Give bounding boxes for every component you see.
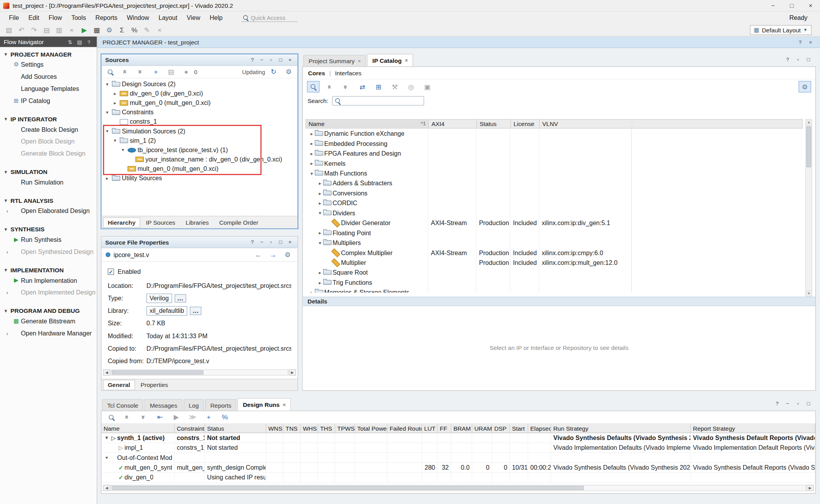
enabled-checkbox[interactable]: ✓ bbox=[108, 268, 114, 275]
nav-item-run-implementation[interactable]: ▶Run Implementation bbox=[0, 274, 97, 286]
column-header-start[interactable]: Start bbox=[510, 424, 528, 433]
column-header-whs[interactable]: WHS bbox=[301, 424, 318, 433]
menu-tools[interactable]: Tools bbox=[67, 12, 91, 23]
chevron-right-icon[interactable]: ▸ bbox=[308, 131, 315, 136]
program-device-icon[interactable]: ▦ bbox=[91, 25, 102, 35]
nav-item-language-templates[interactable]: Language Templates bbox=[0, 83, 97, 95]
tab-messages[interactable]: Messages bbox=[144, 399, 182, 410]
chevron-right-icon[interactable]: ▸ bbox=[308, 161, 315, 166]
column-header-name[interactable]: Name^1 bbox=[306, 120, 429, 128]
generate-icon[interactable]: ◎ bbox=[405, 82, 417, 92]
float-icon[interactable]: ▫ bbox=[267, 238, 275, 246]
chevron-down-icon[interactable]: ▾ bbox=[104, 82, 111, 87]
menu-reports[interactable]: Reports bbox=[91, 12, 122, 23]
tab-design-runs[interactable]: Design Runs× bbox=[237, 398, 291, 411]
chevron-right-icon[interactable]: ▸ bbox=[104, 176, 111, 181]
nav-item-open-synthesized-design[interactable]: ›Open Synthesized Design bbox=[0, 245, 97, 257]
float-icon[interactable]: ▫ bbox=[267, 56, 275, 64]
forward-icon[interactable]: → bbox=[267, 250, 278, 260]
properties-hscrollbar[interactable]: ◀ ▶ bbox=[103, 369, 296, 376]
tab-libraries[interactable]: Libraries bbox=[181, 217, 214, 227]
design-run-row[interactable]: ▷impl_1constrs_1Not startedVivado Implem… bbox=[102, 443, 815, 453]
nav-item-add-sources[interactable]: Add Sources bbox=[0, 71, 97, 83]
catalog-row[interactable]: ▸Kernels bbox=[305, 158, 803, 168]
nav-item-settings[interactable]: ⚙Settings bbox=[0, 59, 97, 71]
chevron-down-icon[interactable]: ▾ bbox=[104, 128, 111, 133]
close-icon[interactable]: × bbox=[801, 0, 820, 11]
nav-item-run-simulation[interactable]: Run Simulation bbox=[0, 176, 97, 188]
subnav-cores[interactable]: Cores bbox=[308, 70, 325, 76]
nav-item-create-block-design[interactable]: Create Block Design bbox=[0, 123, 97, 135]
source-tree-item[interactable]: ▾Design Sources (2) bbox=[102, 80, 298, 89]
scroll-track[interactable] bbox=[111, 485, 806, 491]
column-header-wns[interactable]: WNS bbox=[266, 424, 283, 433]
scroll-thumb[interactable] bbox=[112, 371, 204, 375]
chevron-down-icon[interactable]: ▾ bbox=[104, 110, 111, 115]
close-tab-icon[interactable]: × bbox=[358, 58, 361, 64]
close-tab-icon[interactable]: × bbox=[283, 402, 286, 408]
chevron-right-icon[interactable]: ▸ bbox=[317, 230, 323, 235]
chevron-right-icon[interactable]: ▸ bbox=[308, 141, 315, 146]
design-run-row[interactable]: ▾▷synth_1 (active)constrs_1Not startedVi… bbox=[102, 433, 815, 443]
source-tree-item[interactable]: ▾sim_1 (2) bbox=[102, 136, 298, 145]
chevron-right-icon[interactable]: ▸ bbox=[317, 280, 323, 285]
quick-access-search[interactable]: Quick Access bbox=[241, 14, 298, 21]
refresh-icon[interactable]: ↻ bbox=[268, 67, 279, 77]
copy-icon[interactable]: ▤ bbox=[41, 25, 52, 35]
collapse-all-icon[interactable]: « bbox=[324, 82, 335, 92]
chevron-down-icon[interactable]: ▾ bbox=[103, 455, 110, 460]
help-icon[interactable]: ? bbox=[85, 37, 93, 46]
column-header-axi4[interactable]: AXI4 bbox=[429, 120, 477, 128]
close-tab-icon[interactable]: × bbox=[405, 57, 408, 63]
chevron-down-icon[interactable]: ▾ bbox=[3, 52, 9, 57]
chevron-down-icon[interactable]: ▾ bbox=[103, 435, 110, 440]
open-project-icon[interactable]: ▧ bbox=[3, 25, 14, 35]
chevron-right-icon[interactable]: ▸ bbox=[317, 190, 323, 195]
scroll-thumb[interactable] bbox=[806, 126, 811, 167]
nav-item-open-implemented-design[interactable]: ›Open Implemented Design bbox=[0, 286, 97, 298]
create-runs-icon[interactable]: + bbox=[203, 412, 214, 422]
column-header-total-power[interactable]: Total Power bbox=[355, 424, 387, 433]
nav-section-header-rtl-analysis[interactable]: ▾RTL ANALYSIS bbox=[0, 197, 97, 205]
redo-icon[interactable]: ↷ bbox=[28, 25, 39, 35]
nav-section-header-ip-integrator[interactable]: ▾IP INTEGRATOR bbox=[0, 115, 97, 123]
source-tree-item[interactable]: your_instance_name : div_gen_0 (div_gen_… bbox=[102, 154, 298, 164]
help-icon[interactable]: ? bbox=[773, 399, 781, 407]
column-header-elapsed[interactable]: Elapsed bbox=[528, 424, 551, 433]
catalog-row[interactable]: ▸Floating Point bbox=[305, 228, 803, 238]
nav-section-header-synthesis[interactable]: ▾SYNTHESIS bbox=[0, 225, 97, 233]
tab-ip-catalog[interactable]: IP Catalog× bbox=[367, 54, 413, 66]
ellipsis-button[interactable]: … bbox=[175, 294, 186, 302]
source-tree-item[interactable]: mult_gen_0 (mult_gen_0.xci) bbox=[102, 164, 298, 174]
expand-all-icon[interactable]: » bbox=[138, 412, 150, 422]
chevron-down-icon[interactable]: ▾ bbox=[3, 308, 9, 313]
menu-window[interactable]: Window bbox=[122, 12, 154, 23]
catalog-row[interactable]: ▸Embedded Processing bbox=[305, 138, 803, 148]
settings-icon[interactable]: ⚙ bbox=[282, 250, 293, 260]
help-icon[interactable]: ? bbox=[783, 55, 791, 63]
minimize-icon[interactable]: − bbox=[258, 56, 266, 64]
ip-settings-icon[interactable]: ⚒ bbox=[389, 82, 400, 92]
search-icon[interactable] bbox=[105, 67, 116, 77]
column-header-failed-routes[interactable]: Failed Routes bbox=[387, 424, 422, 433]
nav-section-header-program-and-debug[interactable]: ▾PROGRAM AND DEBUG bbox=[0, 307, 97, 315]
chevron-down-icon[interactable]: ▾ bbox=[3, 198, 9, 203]
settings-icon[interactable]: ⚙ bbox=[283, 67, 294, 77]
chevron-right-icon[interactable]: ▸ bbox=[317, 270, 323, 275]
nav-item-open-block-design[interactable]: Open Block Design bbox=[0, 135, 97, 147]
chevron-down-icon[interactable]: ▾ bbox=[3, 227, 9, 232]
menu-layout[interactable]: Layout bbox=[154, 12, 182, 23]
catalog-row[interactable]: ▾Math Functions bbox=[305, 168, 803, 178]
menu-view[interactable]: View bbox=[182, 12, 205, 23]
maximize-icon[interactable]: □ bbox=[276, 238, 284, 246]
menu-file[interactable]: File bbox=[4, 12, 24, 23]
column-header-constraints[interactable]: Constraints bbox=[175, 424, 205, 433]
help-icon[interactable]: ? bbox=[248, 56, 256, 64]
catalog-row[interactable]: Complex MultiplierAXI4-StreamProductionI… bbox=[305, 248, 803, 257]
source-tree-item[interactable]: ▸mult_gen_0 (mult_gen_0.xci) bbox=[102, 98, 298, 108]
help-icon[interactable]: ? bbox=[796, 38, 804, 46]
subnav-interfaces[interactable]: Interfaces bbox=[335, 70, 362, 76]
tab-project-summary[interactable]: Project Summary× bbox=[303, 55, 366, 66]
expand-all-icon[interactable]: » bbox=[340, 82, 352, 92]
minimize-icon[interactable]: − bbox=[258, 238, 266, 246]
